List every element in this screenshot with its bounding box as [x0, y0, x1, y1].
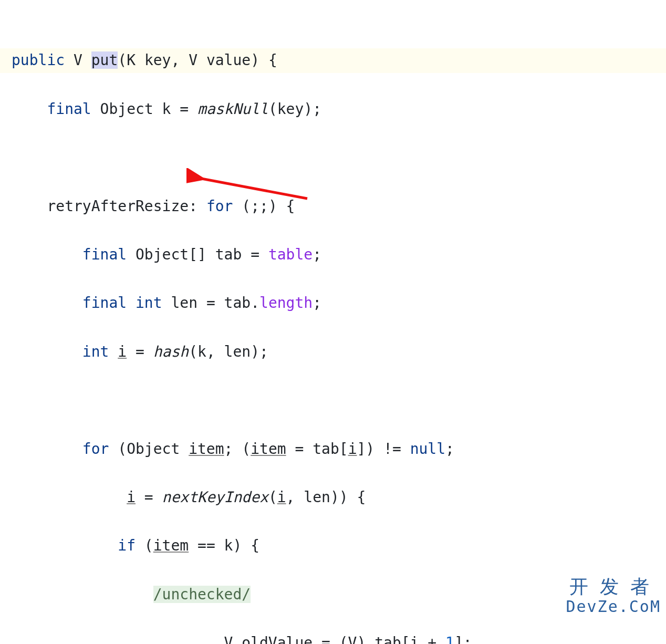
- watermark-line1: 开发者: [566, 577, 661, 598]
- call-nextKeyIndex: nextKeyIndex: [162, 489, 268, 506]
- label-retryAfterResize: retryAfterResize:: [47, 198, 206, 215]
- code-line-9: for (Object item; (item = tab[i]) != nul…: [0, 437, 666, 461]
- code-line-11: if (item == k) {: [0, 534, 666, 558]
- code-editor[interactable]: public V put(K key, V value) { final Obj…: [0, 0, 666, 644]
- call-hash: hash: [153, 343, 189, 360]
- field-table: table: [268, 246, 313, 263]
- code-line-8-blank: [0, 388, 666, 412]
- field-length: length: [259, 294, 313, 311]
- type-K: K: [127, 51, 136, 69]
- code-line-7: int i = hash(k, len);: [0, 340, 666, 364]
- annotation-unchecked: /unchecked/: [153, 586, 251, 603]
- code-line-6: final int len = tab.length;: [0, 291, 666, 315]
- watermark: 开发者 DevZe.CoM: [566, 577, 661, 615]
- code-line-2: final Object k = maskNull(key);: [0, 97, 666, 121]
- call-maskNull: maskNull: [197, 100, 268, 118]
- code-line-4: retryAfterResize: for (;;) {: [0, 194, 666, 219]
- type-V: V: [74, 51, 82, 69]
- code-line-10: i = nextKeyIndex(i, len)) {: [0, 485, 666, 510]
- keyword-public: public: [12, 51, 65, 69]
- code-line-13: V oldValue = (V) tab[i + 1];: [0, 631, 666, 644]
- code-line-5: final Object[] tab = table;: [0, 243, 666, 267]
- method-put-highlight: put: [91, 51, 118, 69]
- code-line-1: public V put(K key, V value) {: [0, 48, 666, 72]
- var-i: i: [118, 343, 127, 360]
- code-line-3-blank: [0, 146, 666, 170]
- watermark-line2: DevZe.CoM: [566, 598, 661, 615]
- type-V2: V: [189, 51, 197, 69]
